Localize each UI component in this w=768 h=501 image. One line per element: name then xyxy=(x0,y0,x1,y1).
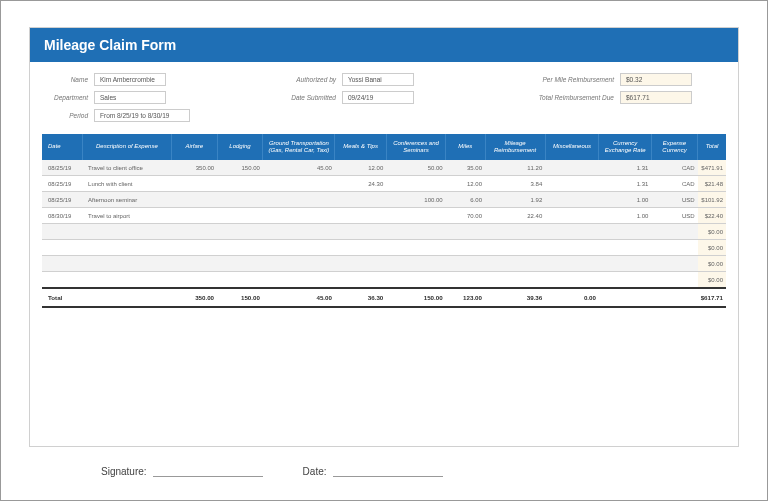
cell-rate[interactable]: 1.31 xyxy=(599,176,651,192)
cell-date[interactable] xyxy=(42,272,82,288)
cell-conf[interactable]: 100.00 xyxy=(386,192,445,208)
cell-ground[interactable] xyxy=(263,192,335,208)
cell-lodging[interactable] xyxy=(217,224,263,240)
cell-milere[interactable] xyxy=(485,256,545,272)
cell-misc[interactable] xyxy=(545,208,599,224)
cell-desc[interactable] xyxy=(82,256,172,272)
cell-ground[interactable] xyxy=(263,256,335,272)
cell-date[interactable]: 08/25/19 xyxy=(42,176,82,192)
cell-misc[interactable] xyxy=(545,240,599,256)
cell-misc[interactable] xyxy=(545,272,599,288)
cell-lodging[interactable] xyxy=(217,272,263,288)
cell-meals[interactable] xyxy=(335,272,386,288)
cell-rate[interactable]: 1.00 xyxy=(599,192,651,208)
cell-miles[interactable] xyxy=(446,240,485,256)
cell-airfare[interactable] xyxy=(172,192,217,208)
cell-lodging[interactable] xyxy=(217,176,263,192)
cell-conf[interactable] xyxy=(386,176,445,192)
cell-milere[interactable] xyxy=(485,272,545,288)
submitted-value[interactable]: 09/24/19 xyxy=(342,91,414,104)
cell-conf[interactable]: 50.00 xyxy=(386,160,445,176)
period-value[interactable]: From 8/25/19 to 8/30/19 xyxy=(94,109,190,122)
cell-conf[interactable] xyxy=(386,272,445,288)
cell-miles[interactable]: 70.00 xyxy=(446,208,485,224)
cell-lodging[interactable] xyxy=(217,192,263,208)
cell-ground[interactable] xyxy=(263,240,335,256)
cell-milere[interactable]: 22.40 xyxy=(485,208,545,224)
cell-rate[interactable] xyxy=(599,256,651,272)
cell-airfare[interactable] xyxy=(172,208,217,224)
cell-miles[interactable] xyxy=(446,256,485,272)
cell-milere[interactable] xyxy=(485,224,545,240)
cell-lodging[interactable]: 150.00 xyxy=(217,160,263,176)
cell-miles[interactable] xyxy=(446,224,485,240)
cell-miles[interactable]: 6.00 xyxy=(446,192,485,208)
auth-value[interactable]: Yossi Banai xyxy=(342,73,414,86)
cell-meals[interactable] xyxy=(335,192,386,208)
cell-desc[interactable] xyxy=(82,272,172,288)
cell-meals[interactable]: 24.30 xyxy=(335,176,386,192)
cell-rate[interactable]: 1.00 xyxy=(599,208,651,224)
cell-airfare[interactable]: 350.00 xyxy=(172,160,217,176)
cell-ground[interactable] xyxy=(263,272,335,288)
cell-miles[interactable] xyxy=(446,272,485,288)
cell-rate[interactable] xyxy=(599,224,651,240)
cell-ground[interactable] xyxy=(263,224,335,240)
cell-milere[interactable]: 3.84 xyxy=(485,176,545,192)
cell-curr[interactable]: USD xyxy=(651,192,697,208)
cell-rate[interactable] xyxy=(599,240,651,256)
cell-airfare[interactable] xyxy=(172,272,217,288)
cell-desc[interactable]: Afternoon seminar xyxy=(82,192,172,208)
cell-milere[interactable]: 11.20 xyxy=(485,160,545,176)
cell-misc[interactable] xyxy=(545,192,599,208)
cell-conf[interactable] xyxy=(386,208,445,224)
cell-curr[interactable]: CAD xyxy=(651,176,697,192)
cell-date[interactable] xyxy=(42,240,82,256)
cell-date[interactable] xyxy=(42,224,82,240)
cell-meals[interactable] xyxy=(335,208,386,224)
cell-lodging[interactable] xyxy=(217,208,263,224)
cell-meals[interactable] xyxy=(335,256,386,272)
cell-date[interactable]: 08/25/19 xyxy=(42,160,82,176)
cell-desc[interactable]: Travel to airport xyxy=(82,208,172,224)
cell-airfare[interactable] xyxy=(172,224,217,240)
cell-rate[interactable] xyxy=(599,272,651,288)
name-value[interactable]: Kim Ambercrombie xyxy=(94,73,166,86)
permile-value[interactable]: $0.32 xyxy=(620,73,692,86)
cell-miles[interactable]: 12.00 xyxy=(446,176,485,192)
cell-date[interactable]: 08/30/19 xyxy=(42,208,82,224)
cell-lodging[interactable] xyxy=(217,256,263,272)
cell-curr[interactable]: USD xyxy=(651,208,697,224)
cell-milere[interactable] xyxy=(485,240,545,256)
cell-curr[interactable] xyxy=(651,224,697,240)
cell-meals[interactable] xyxy=(335,240,386,256)
cell-desc[interactable] xyxy=(82,240,172,256)
cell-desc[interactable]: Lunch with client xyxy=(82,176,172,192)
cell-misc[interactable] xyxy=(545,160,599,176)
cell-ground[interactable] xyxy=(263,176,335,192)
cell-meals[interactable]: 12.00 xyxy=(335,160,386,176)
cell-date[interactable]: 08/25/19 xyxy=(42,192,82,208)
signature-line[interactable] xyxy=(153,465,263,477)
cell-airfare[interactable] xyxy=(172,240,217,256)
cell-conf[interactable] xyxy=(386,240,445,256)
cell-conf[interactable] xyxy=(386,224,445,240)
cell-misc[interactable] xyxy=(545,176,599,192)
cell-airfare[interactable] xyxy=(172,256,217,272)
cell-rate[interactable]: 1.31 xyxy=(599,160,651,176)
cell-date[interactable] xyxy=(42,256,82,272)
sig-date-line[interactable] xyxy=(333,465,443,477)
cell-desc[interactable]: Travel to client office xyxy=(82,160,172,176)
cell-curr[interactable] xyxy=(651,256,697,272)
cell-misc[interactable] xyxy=(545,224,599,240)
cell-desc[interactable] xyxy=(82,224,172,240)
cell-conf[interactable] xyxy=(386,256,445,272)
cell-ground[interactable] xyxy=(263,208,335,224)
department-value[interactable]: Sales xyxy=(94,91,166,104)
cell-curr[interactable]: CAD xyxy=(651,160,697,176)
cell-curr[interactable] xyxy=(651,240,697,256)
cell-meals[interactable] xyxy=(335,224,386,240)
cell-misc[interactable] xyxy=(545,256,599,272)
cell-curr[interactable] xyxy=(651,272,697,288)
cell-milere[interactable]: 1.92 xyxy=(485,192,545,208)
